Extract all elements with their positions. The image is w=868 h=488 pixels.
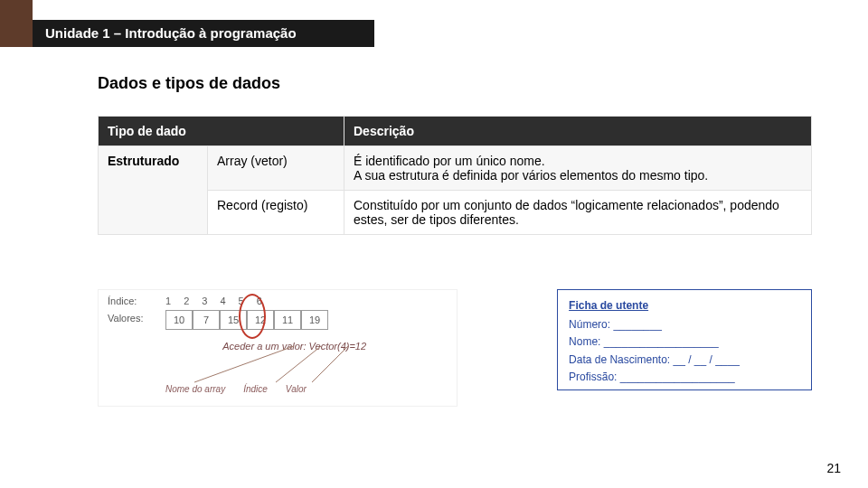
record-figure: Ficha de utente Número: ________ Nome: _…: [557, 289, 812, 390]
arrow-lines-icon: [158, 341, 448, 386]
legend-value: Valor: [286, 384, 307, 394]
cell-desc: Constituído por um conjunto de dados “lo…: [344, 191, 812, 235]
indice-label: Índice:: [108, 296, 153, 306]
col-header-type: Tipo de dado: [99, 117, 344, 146]
unit-title: Unidade 1 – Introdução à programação: [45, 25, 297, 41]
value-cell: 11: [274, 310, 301, 330]
legend-name: Nome do array: [165, 384, 225, 394]
highlight-circle-icon: [239, 294, 266, 339]
legend-index: Índice: [243, 384, 268, 394]
table-header-row: Tipo de dado Descrição: [99, 117, 812, 146]
value-cell: 10: [165, 310, 193, 330]
value-cell: 19: [301, 310, 328, 330]
valores-label: Valores:: [108, 313, 153, 324]
record-field-prof: Profissão: ___________________: [569, 369, 800, 386]
record-title: Ficha de utente: [569, 297, 800, 314]
cell-desc: É identificado por um único nome. A sua …: [344, 146, 812, 191]
value-cell: 7: [193, 310, 220, 330]
page-number: 21: [826, 461, 841, 475]
data-types-table: Tipo de dado Descrição Estruturado Array…: [98, 116, 812, 235]
section-title: Dados e tipos de dados: [98, 74, 280, 93]
svg-line-0: [194, 346, 294, 382]
col-header-desc: Descrição: [344, 117, 812, 146]
svg-line-2: [312, 346, 348, 382]
index-cell: 4: [220, 296, 225, 306]
array-figure: Índice: 1 2 3 4 5 6 Valores: 10 7 15 12 …: [98, 289, 458, 407]
figure-legend: Nome do array Índice Valor: [165, 384, 307, 394]
table-row: Estruturado Array (vetor) É identificado…: [99, 146, 812, 191]
unit-title-bar: Unidade 1 – Introdução à programação: [33, 20, 374, 47]
cell-subtype: Array (vetor): [208, 146, 344, 191]
accent-bar: [0, 0, 33, 47]
cell-type: Estruturado: [99, 146, 208, 235]
record-field-data: Data de Nascimento: __ / __ / ____: [569, 352, 800, 369]
svg-line-1: [276, 346, 321, 382]
cell-subtype: Record (registo): [208, 191, 344, 235]
index-cell: 3: [202, 296, 207, 306]
record-field-nome: Nome: ___________________: [569, 333, 800, 351]
record-field-numero: Número: ________: [569, 316, 800, 333]
index-cell: 1: [165, 296, 171, 306]
index-cell: 2: [184, 296, 189, 306]
